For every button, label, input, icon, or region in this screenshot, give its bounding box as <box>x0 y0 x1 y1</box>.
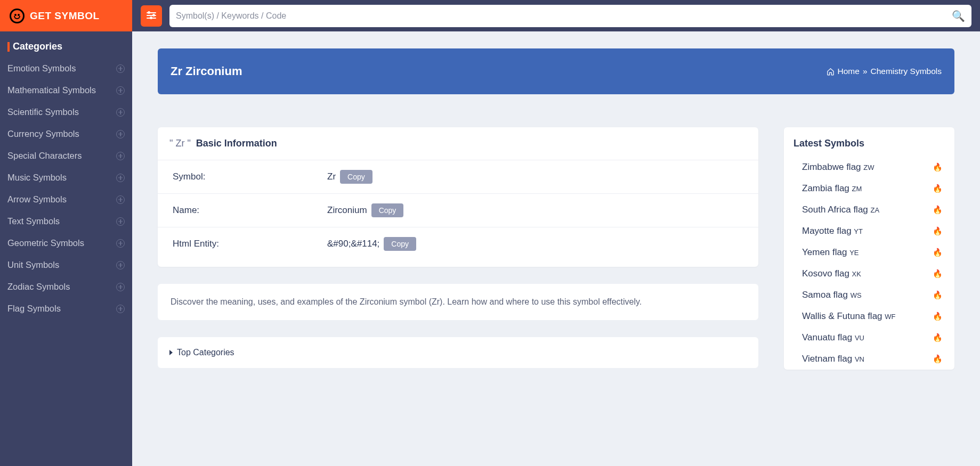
home-icon <box>827 68 835 76</box>
symbol-quoted: " Zr " <box>169 138 191 149</box>
plus-circle-icon <box>116 195 125 204</box>
topbar: 🔍 <box>132 0 980 31</box>
plus-circle-icon <box>116 283 125 291</box>
latest-item[interactable]: Vietnam flag VN🔥 <box>784 348 954 370</box>
latest-item[interactable]: Kosovo flag XK🔥 <box>784 263 954 284</box>
sidebar-item-flag-symbols[interactable]: Flag Symbols <box>0 298 132 320</box>
sidebar-item-currency-symbols[interactable]: Currency Symbols <box>0 123 132 145</box>
latest-item-label: South Africa flag ZA <box>802 205 879 215</box>
sidebar-item-label: Flag Symbols <box>7 304 61 314</box>
plus-circle-icon <box>116 239 125 248</box>
sidebar-item-label: Emotion Symbols <box>7 63 76 73</box>
info-value-text: &#90;&#114; <box>327 239 379 249</box>
categories-title: Categories <box>13 41 62 52</box>
sidebar-item-geometric-symbols[interactable]: Geometric Symbols <box>0 232 132 254</box>
top-categories-button[interactable]: Top Categories <box>158 337 758 368</box>
plus-circle-icon <box>116 261 125 269</box>
sidebar-item-label: Arrow Symbols <box>7 194 67 205</box>
sidebar-item-scientific-symbols[interactable]: Scientific Symbols <box>0 101 132 123</box>
plus-circle-icon <box>116 217 125 226</box>
sidebar-item-zodiac-symbols[interactable]: Zodiac Symbols <box>0 276 132 298</box>
info-row: Symbol:ZrCopy <box>158 160 758 194</box>
copy-button[interactable]: Copy <box>384 237 416 251</box>
latest-item[interactable]: Zimbabwe flag ZW🔥 <box>784 157 954 178</box>
sidebar-item-label: Mathematical Symbols <box>7 85 96 95</box>
plus-circle-icon <box>116 86 125 95</box>
latest-item-label: Zambia flag ZM <box>802 183 862 194</box>
main-area: 🔍 Zr Zirconium Home » Chemistry Symbols … <box>132 0 980 466</box>
fire-icon: 🔥 <box>933 333 943 342</box>
sidebar-item-label: Geometric Symbols <box>7 238 84 248</box>
latest-item[interactable]: Samoa flag WS🔥 <box>784 284 954 306</box>
sidebar-item-mathematical-symbols[interactable]: Mathematical Symbols <box>0 79 132 101</box>
fire-icon: 🔥 <box>933 248 943 257</box>
copy-button[interactable]: Copy <box>371 203 404 217</box>
description-card: Discover the meaning, uses, and examples… <box>158 284 758 320</box>
sidebar-item-emotion-symbols[interactable]: Emotion Symbols <box>0 58 132 79</box>
sidebar-item-label: Zodiac Symbols <box>7 282 70 292</box>
plus-circle-icon <box>116 174 125 182</box>
side-column: Latest Symbols Zimbabwe flag ZW🔥Zambia f… <box>784 127 954 370</box>
page-header: Zr Zirconium Home » Chemistry Symbols <box>158 48 954 94</box>
categories-header: Categories <box>0 31 132 58</box>
info-row: Html Entity:&#90;&#114;Copy <box>158 227 758 267</box>
latest-item-label: Vanuatu flag VU <box>802 332 864 343</box>
latest-item[interactable]: Wallis & Futuna flag WF🔥 <box>784 306 954 327</box>
breadcrumb-current[interactable]: Chemistry Symbols <box>871 67 942 76</box>
accent-bar <box>7 42 10 52</box>
info-value-text: Zirconium <box>327 205 367 216</box>
sliders-icon <box>147 12 156 20</box>
fire-icon: 🔥 <box>933 269 943 279</box>
latest-item[interactable]: Vanuatu flag VU🔥 <box>784 327 954 348</box>
basic-info-heading: Basic Information <box>196 138 277 149</box>
breadcrumb-separator: » <box>863 67 868 76</box>
logo-bar[interactable]: GET SYMBOL <box>0 0 132 31</box>
top-categories-label: Top Categories <box>177 348 234 357</box>
sidebar-item-special-characters[interactable]: Special Characters <box>0 145 132 167</box>
sidebar-item-label: Unit Symbols <box>7 260 59 270</box>
info-value: &#90;&#114;Copy <box>327 237 416 251</box>
category-list: Emotion SymbolsMathematical SymbolsScien… <box>0 58 132 320</box>
sidebar-item-text-symbols[interactable]: Text Symbols <box>0 210 132 232</box>
latest-item[interactable]: South Africa flag ZA🔥 <box>784 199 954 220</box>
sidebar-item-music-symbols[interactable]: Music Symbols <box>0 167 132 189</box>
latest-item[interactable]: Zambia flag ZM🔥 <box>784 178 954 199</box>
sidebar-item-label: Currency Symbols <box>7 129 79 139</box>
info-value: ZrCopy <box>327 170 372 184</box>
info-label: Name: <box>173 205 327 216</box>
latest-symbols-heading: Latest Symbols <box>784 127 954 157</box>
latest-item-label: Yemen flag YE <box>802 247 859 258</box>
latest-item-label: Vietnam flag VN <box>802 354 864 364</box>
latest-item[interactable]: Mayotte flag YT🔥 <box>784 220 954 242</box>
fire-icon: 🔥 <box>933 205 943 215</box>
basic-info-card: " Zr " Basic Information Symbol:ZrCopyNa… <box>158 127 758 267</box>
brand-name: GET SYMBOL <box>30 10 100 22</box>
breadcrumb-home[interactable]: Home <box>838 67 860 76</box>
search-container: 🔍 <box>169 5 971 27</box>
latest-item-label: Kosovo flag XK <box>802 268 861 279</box>
search-icon[interactable]: 🔍 <box>952 10 965 22</box>
main-column: " Zr " Basic Information Symbol:ZrCopyNa… <box>158 127 758 370</box>
fire-icon: 🔥 <box>933 312 943 321</box>
info-value-text: Zr <box>327 171 336 182</box>
plus-circle-icon <box>116 130 125 138</box>
fire-icon: 🔥 <box>933 162 943 172</box>
plus-circle-icon <box>116 108 125 117</box>
search-input[interactable] <box>176 11 952 21</box>
sidebar: GET SYMBOL Categories Emotion SymbolsMat… <box>0 0 132 466</box>
filter-button[interactable] <box>141 5 162 27</box>
sidebar-item-label: Text Symbols <box>7 216 60 226</box>
latest-item[interactable]: Yemen flag YE🔥 <box>784 242 954 263</box>
latest-symbols-card: Latest Symbols Zimbabwe flag ZW🔥Zambia f… <box>784 127 954 370</box>
latest-item-label: Wallis & Futuna flag WF <box>802 311 896 322</box>
info-label: Html Entity: <box>173 239 327 249</box>
fire-icon: 🔥 <box>933 226 943 236</box>
copy-button[interactable]: Copy <box>340 170 372 184</box>
latest-item-label: Mayotte flag YT <box>802 226 863 236</box>
info-value: ZirconiumCopy <box>327 203 403 217</box>
sidebar-item-unit-symbols[interactable]: Unit Symbols <box>0 254 132 276</box>
fire-icon: 🔥 <box>933 354 943 364</box>
breadcrumb: Home » Chemistry Symbols <box>827 67 942 76</box>
sidebar-item-arrow-symbols[interactable]: Arrow Symbols <box>0 189 132 210</box>
sidebar-item-label: Music Symbols <box>7 173 67 183</box>
